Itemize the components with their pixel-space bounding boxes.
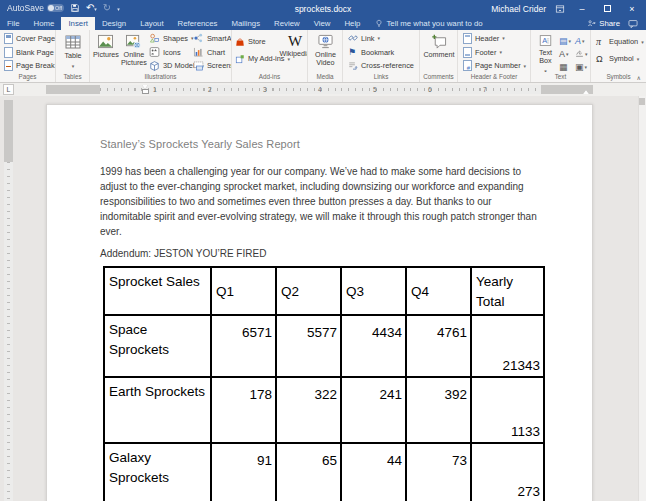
customize-qat-button[interactable]: ▾ — [117, 3, 120, 13]
text-box-button[interactable]: A Text Box▾ — [534, 32, 557, 72]
autosave-state: Off — [55, 5, 62, 11]
link-button[interactable]: Link▾ — [348, 32, 417, 45]
object-icon: ▣ — [575, 62, 584, 72]
page-number-button[interactable]: Page Number▾ — [463, 59, 528, 72]
scrollbar-thumb[interactable] — [639, 98, 645, 105]
ribbon-tab-row: File Home Insert Design Layout Reference… — [0, 17, 646, 30]
group-label-pages: Pages — [0, 72, 55, 82]
ruler-number: 5 — [373, 86, 377, 93]
dropdown-icon: ▾ — [569, 38, 572, 44]
share-label: Share — [599, 19, 620, 28]
ribbon-group-tables: Table▾ Tables — [56, 30, 90, 82]
link-icon — [348, 33, 358, 43]
my-addins-icon — [235, 54, 245, 64]
symbol-button[interactable]: ΩSymbol▾ — [596, 52, 644, 65]
tab-home[interactable]: Home — [27, 17, 62, 30]
minimize-button[interactable]: – — [574, 4, 590, 14]
wordart-icon: A — [575, 36, 581, 46]
redo-button[interactable]: ↻ — [103, 3, 111, 13]
tell-me-box[interactable]: Tell me what you want to do — [375, 17, 482, 30]
undo-button[interactable]: ↶▾ — [86, 3, 97, 13]
group-label-addins: Add-ins — [232, 72, 307, 82]
sales-table[interactable]: Sprocket Sales Q1 Q2 Q3 Q4 Yearly Total … — [103, 266, 545, 501]
drop-cap-button[interactable]: A▾ — [559, 48, 572, 59]
icons-button[interactable]: Icons — [149, 46, 191, 59]
text-box-icon: A — [538, 34, 553, 47]
online-video-icon — [317, 34, 334, 49]
ruler-top-margin — [4, 100, 13, 162]
close-button[interactable]: × — [624, 4, 640, 14]
my-addins-button[interactable]: My Add-ins▾ — [235, 52, 279, 65]
object-button[interactable]: ▣▾ — [575, 61, 588, 72]
cross-reference-button[interactable]: Cross-reference — [348, 59, 417, 72]
tab-design[interactable]: Design — [95, 17, 133, 30]
maximize-button[interactable] — [599, 4, 615, 14]
document-page[interactable]: Stanley’s Sprockets Yearly Sales Report … — [46, 104, 593, 501]
cover-page-button[interactable]: Cover Page▾ — [4, 32, 53, 45]
vertical-scrollbar[interactable] — [638, 96, 646, 501]
wikipedia-button[interactable]: W Wikipedia — [281, 32, 307, 72]
tab-view[interactable]: View — [307, 17, 338, 30]
cell-value: 5577 — [276, 315, 341, 377]
dropdown-icon: ▾ — [566, 51, 569, 57]
comments-pane-button[interactable] — [628, 19, 638, 29]
share-button[interactable]: Share — [587, 19, 620, 28]
indent-marker-left[interactable] — [142, 85, 148, 94]
vertical-ruler[interactable] — [4, 100, 13, 501]
smartart-icon — [193, 33, 204, 43]
undo-icon: ↶ — [86, 2, 94, 13]
comment-button[interactable]: Comment — [423, 32, 455, 72]
ribbon-display-options-button[interactable] — [555, 4, 565, 14]
smartart-button[interactable]: SmartArt — [193, 32, 231, 45]
page-break-button[interactable]: Page Break — [4, 59, 53, 72]
online-video-button[interactable]: Online Video — [311, 32, 340, 72]
table-header-row: Sprocket Sales Q1 Q2 Q3 Q4 Yearly Total — [104, 267, 544, 315]
pictures-button[interactable]: Pictures — [93, 32, 119, 72]
title-bar: AutoSave Off ↶▾ ↻ ▾ sprockets.docx Micha… — [0, 0, 646, 17]
ruler-number: 4 — [318, 86, 322, 93]
blank-page-icon — [4, 47, 13, 58]
comment-bubble-icon — [628, 19, 638, 29]
tab-mailings[interactable]: Mailings — [224, 17, 267, 30]
horizontal-ruler[interactable]: 1 2 3 4 5 6 7 — [46, 85, 593, 94]
equation-button[interactable]: πEquation▾ — [596, 35, 644, 48]
3d-models-button[interactable]: 3D Models▾ — [149, 59, 191, 72]
date-time-button[interactable]: ▦ — [559, 61, 572, 72]
shapes-button[interactable]: Shapes▾ — [149, 32, 191, 45]
bookmark-button[interactable]: ⚑Bookmark — [348, 46, 417, 59]
chart-button[interactable]: Chart — [193, 46, 231, 59]
ruler-number: 7 — [483, 86, 487, 93]
svg-text:A: A — [542, 36, 547, 45]
tab-references[interactable]: References — [171, 17, 225, 30]
indent-marker-right[interactable] — [583, 90, 589, 94]
autosave-label: AutoSave — [7, 3, 44, 13]
group-label-illustrations: Illustrations — [90, 72, 231, 82]
cell-total: 21343 — [471, 315, 544, 377]
tab-insert[interactable]: Insert — [61, 17, 95, 30]
signature-line-button[interactable]: ▾ — [575, 48, 588, 59]
header-q3: Q3 — [341, 267, 406, 315]
tab-help[interactable]: Help — [337, 17, 367, 30]
table-button[interactable]: Table▾ — [64, 32, 82, 72]
quick-parts-button[interactable]: ▤▾ — [559, 35, 572, 46]
tab-review[interactable]: Review — [267, 17, 307, 30]
save-button[interactable] — [70, 3, 80, 13]
cell-value: 178 — [211, 377, 276, 443]
online-pictures-icon — [125, 34, 142, 49]
wordart-button[interactable]: A▾ — [575, 35, 588, 46]
blank-page-button[interactable]: Blank Page — [4, 46, 53, 59]
autosave-toggle[interactable]: AutoSave Off — [7, 3, 64, 13]
cell-value: 4434 — [341, 315, 406, 377]
cell-value: 241 — [341, 377, 406, 443]
screenshot-button[interactable]: Screenshot▾ — [193, 59, 231, 72]
tab-file[interactable]: File — [0, 17, 27, 30]
collapse-ribbon-button[interactable]: ∧ — [637, 74, 641, 81]
tab-layout[interactable]: Layout — [133, 17, 170, 30]
store-button[interactable]: Store — [235, 35, 279, 48]
online-pictures-button[interactable]: Online Pictures — [121, 32, 147, 72]
tab-selector-button[interactable]: L — [3, 84, 14, 95]
header-button[interactable]: Header▾ — [463, 32, 528, 45]
footer-button[interactable]: Footer▾ — [463, 46, 528, 59]
ribbon-group-links: Link▾ ⚑Bookmark Cross-reference Links — [343, 30, 420, 82]
document-heading: Stanley’s Sprockets Yearly Sales Report — [100, 138, 539, 150]
